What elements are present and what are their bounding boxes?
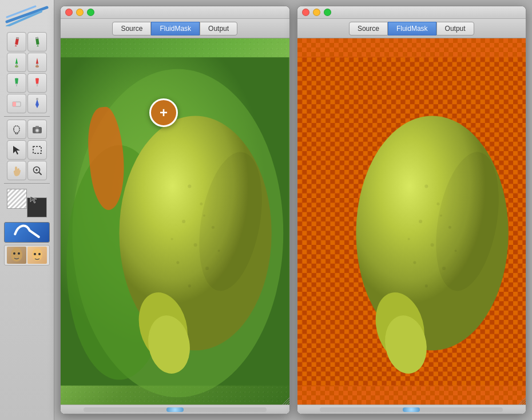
- svg-rect-13: [16, 84, 17, 86]
- svg-rect-16: [13, 102, 16, 106]
- app-logo: [4, 5, 50, 27]
- svg-marker-4: [15, 45, 17, 47]
- svg-point-60: [424, 184, 428, 188]
- tool-row-1: [4, 32, 50, 51]
- left-canvas[interactable]: +: [61, 38, 289, 405]
- right-titlebar: [297, 6, 526, 19]
- svg-point-64: [430, 243, 434, 247]
- svg-point-39: [182, 220, 185, 223]
- svg-point-61: [436, 203, 439, 205]
- windows-container: Source FluidMask Output: [54, 0, 532, 420]
- resize-handle[interactable]: [281, 397, 289, 405]
- tool-row-5: [4, 120, 50, 139]
- svg-rect-22: [33, 146, 41, 153]
- tool-row-4: [4, 94, 50, 113]
- left-scrollbar-track: [84, 407, 267, 412]
- svg-point-38: [200, 203, 203, 205]
- left-scrollbar[interactable]: [61, 405, 289, 414]
- active-tool-preview: [4, 222, 50, 243]
- right-window: Source FluidMask Output: [297, 6, 527, 414]
- svg-point-20: [36, 129, 38, 132]
- svg-point-29: [18, 252, 20, 255]
- left-minimize-button[interactable]: [76, 9, 84, 16]
- svg-marker-7: [37, 45, 39, 47]
- svg-rect-14: [37, 84, 38, 86]
- right-tab-source[interactable]: Source: [349, 22, 388, 35]
- svg-point-10: [15, 65, 18, 68]
- svg-point-62: [419, 220, 422, 223]
- rect-select-tool[interactable]: [27, 140, 47, 160]
- left-scrollbar-thumb[interactable]: [166, 407, 184, 412]
- tool-row-7: [4, 161, 50, 180]
- face-thumbnails: [4, 245, 50, 266]
- left-tabs: Source FluidMask Output: [61, 19, 289, 38]
- pencil-green-tool[interactable]: [27, 32, 47, 51]
- right-maximize-button[interactable]: [324, 9, 331, 16]
- svg-line-53: [287, 402, 289, 405]
- right-close-button[interactable]: [302, 9, 309, 16]
- svg-line-75: [521, 400, 526, 405]
- eraser-tool[interactable]: [7, 94, 26, 113]
- left-maximize-button[interactable]: [87, 9, 94, 16]
- lasso-tool[interactable]: [7, 120, 26, 139]
- svg-rect-21: [35, 126, 39, 128]
- tool-row-2: [4, 53, 50, 72]
- svg-point-32: [38, 253, 41, 255]
- svg-point-28: [13, 252, 15, 255]
- svg-point-65: [413, 261, 416, 264]
- arrow-tool-small: [29, 193, 40, 205]
- right-scrollbar-track: [320, 407, 503, 412]
- right-scrollbar-thumb[interactable]: [403, 407, 420, 412]
- pencil-red-tool[interactable]: [7, 32, 26, 51]
- svg-point-44: [188, 284, 191, 287]
- plus-icon: +: [160, 106, 168, 120]
- svg-point-30: [32, 248, 42, 261]
- pen-tool[interactable]: [27, 94, 47, 113]
- svg-point-12: [35, 65, 39, 68]
- right-canvas[interactable]: [297, 38, 526, 405]
- svg-point-41: [194, 243, 197, 247]
- svg-point-17: [36, 98, 38, 100]
- camera-tool[interactable]: [27, 120, 47, 139]
- arrow-select-tool[interactable]: [7, 140, 26, 160]
- svg-point-37: [188, 184, 191, 188]
- right-tabs: Source FluidMask Output: [297, 19, 526, 38]
- svg-line-24: [39, 172, 41, 175]
- right-tab-fluidmask[interactable]: FluidMask: [388, 22, 436, 35]
- svg-line-52: [285, 400, 289, 405]
- divider-1: [4, 116, 50, 117]
- zoom-tool[interactable]: [27, 161, 47, 180]
- svg-point-46: [171, 238, 173, 240]
- brush-cursor: +: [149, 98, 178, 127]
- left-close-button[interactable]: [65, 9, 73, 16]
- tool-row-6: [4, 140, 50, 160]
- left-window: Source FluidMask Output: [60, 6, 290, 414]
- right-frog-canvas: [297, 38, 526, 405]
- brush-green2-tool[interactable]: [7, 73, 26, 93]
- svg-point-67: [424, 284, 427, 287]
- opacity-preview: [7, 189, 47, 217]
- toolbar-sidebar: [0, 0, 54, 420]
- brush-green-tool[interactable]: [7, 53, 26, 72]
- tool-row-3: [4, 73, 50, 93]
- svg-point-27: [11, 248, 22, 261]
- svg-line-76: [523, 402, 526, 405]
- right-tab-output[interactable]: Output: [436, 22, 474, 35]
- svg-point-69: [407, 238, 410, 240]
- right-minimize-button[interactable]: [313, 9, 320, 16]
- brush-red-tool[interactable]: [27, 53, 47, 72]
- svg-point-31: [34, 253, 36, 255]
- left-frog-canvas: +: [61, 38, 289, 405]
- divider-2: [4, 183, 50, 184]
- left-tab-output[interactable]: Output: [200, 22, 237, 35]
- hand-tool[interactable]: [7, 161, 26, 180]
- right-resize-handle[interactable]: [518, 397, 526, 405]
- brush-red2-tool[interactable]: [27, 73, 47, 93]
- left-tab-source[interactable]: Source: [112, 22, 151, 35]
- left-tab-fluidmask[interactable]: FluidMask: [151, 22, 200, 35]
- svg-point-42: [176, 261, 179, 264]
- left-titlebar: [61, 6, 289, 19]
- right-scrollbar[interactable]: [297, 405, 526, 414]
